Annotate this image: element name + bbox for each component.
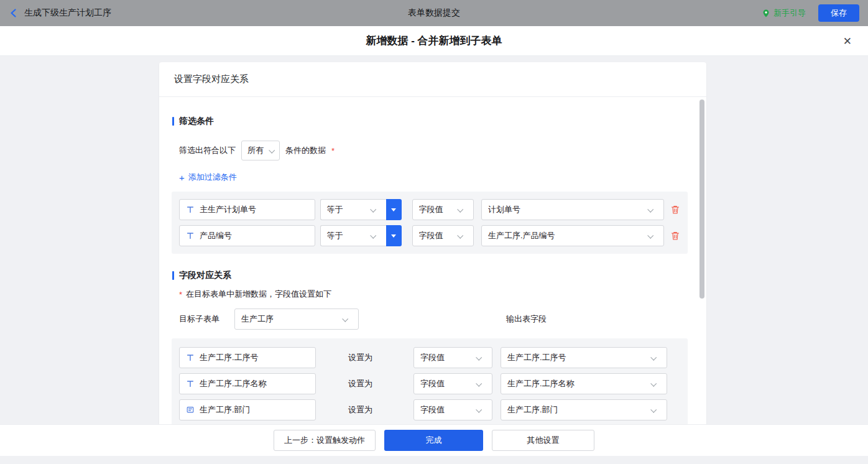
- operator-select[interactable]: 等于: [320, 225, 386, 246]
- operator-dropdown-button[interactable]: [386, 199, 402, 220]
- delete-icon[interactable]: [670, 231, 680, 241]
- topbar: 生成下级生产计划工序 表单数据提交 新手引导 保存: [0, 0, 868, 26]
- filter-suffix: 条件的数据: [285, 145, 326, 156]
- chevron-down-icon: [457, 232, 463, 238]
- settings-card: 设置字段对应关系 筛选条件 筛选出符合以下 所有 条件的数据 *: [159, 62, 706, 430]
- mapping-section-label: 字段对应关系: [179, 270, 231, 281]
- add-filter-condition-link[interactable]: + 添加过滤条件: [179, 172, 686, 183]
- filter-conditions-panel: 主生产计划单号 等于 字段值: [172, 192, 688, 254]
- value-type-label: 字段值: [420, 352, 445, 363]
- topbar-right: 新手引导 保存: [762, 4, 859, 22]
- filter-section-label: 筛选条件: [179, 116, 214, 127]
- value-type-select[interactable]: 字段值: [413, 399, 492, 420]
- mapping-row: 生产工序.工序号 设置为 字段值 生产工序.工序号: [179, 347, 680, 368]
- triangle-down-icon: [391, 234, 396, 238]
- value-type-select[interactable]: 字段值: [412, 225, 474, 246]
- filter-row: 主生产计划单号 等于 字段值: [179, 199, 680, 220]
- operator-value: 等于: [327, 230, 343, 241]
- filter-mode-select[interactable]: 所有: [241, 141, 280, 160]
- mapping-subtitle-text: 在目标表单中新增数据，字段值设置如下: [186, 289, 331, 300]
- required-mark: *: [179, 290, 182, 299]
- card-body: 筛选条件 筛选出符合以下 所有 条件的数据 * + 添加过滤条件: [159, 116, 706, 430]
- filter-field-select[interactable]: 主生产计划单号: [179, 199, 315, 220]
- output-field-select[interactable]: 生产工序.工序号: [501, 347, 667, 368]
- finish-button[interactable]: 完成: [384, 430, 483, 451]
- modal-header: 新增数据 - 合并新增到子表单 ✕: [0, 26, 868, 56]
- vertical-scrollbar[interactable]: [699, 100, 704, 299]
- value-type-select[interactable]: 字段值: [413, 373, 492, 394]
- value-type-select[interactable]: 字段值: [413, 347, 492, 368]
- text-field-icon: [186, 205, 195, 214]
- mapping-row: 生产工序.部门 设置为 字段值 生产工序.部门: [179, 399, 680, 420]
- value-select[interactable]: 生产工序.产品编号: [481, 225, 664, 246]
- triangle-down-icon: [391, 208, 396, 211]
- filter-row: 产品编号 等于 字段值: [179, 225, 680, 246]
- chevron-down-icon: [269, 147, 275, 153]
- section-bar: [172, 117, 174, 126]
- chevron-down-icon: [647, 232, 653, 238]
- field-mapping-panel: 生产工序.工序号 设置为 字段值 生产工序.工序号: [172, 338, 688, 430]
- chevron-down-icon: [476, 354, 482, 360]
- previous-step-button[interactable]: 上一步：设置触发动作: [274, 430, 376, 451]
- value-label: 生产工序.产品编号: [488, 230, 555, 241]
- output-fields-header: 输出表字段: [506, 313, 547, 325]
- guide-button[interactable]: 新手引导: [762, 7, 806, 19]
- chevron-left-icon: [9, 8, 19, 18]
- value-label: 计划单号: [488, 204, 520, 215]
- mapping-field-select[interactable]: 生产工序.工序名称: [179, 373, 316, 394]
- filter-mode-line: 筛选出符合以下 所有 条件的数据 *: [179, 141, 686, 160]
- output-field-label: 生产工序.工序号: [507, 352, 566, 363]
- value-type-select[interactable]: 字段值: [412, 199, 474, 220]
- output-field-label: 生产工序.部门: [507, 404, 558, 415]
- value-type-label: 字段值: [420, 378, 445, 389]
- required-mark: *: [331, 146, 335, 155]
- save-button[interactable]: 保存: [818, 4, 859, 22]
- set-as-label: 设置为: [348, 378, 374, 389]
- filter-section-title: 筛选条件: [172, 116, 686, 127]
- operator-dropdown-button[interactable]: [386, 225, 402, 246]
- section-bar: [172, 271, 174, 280]
- value-type-label: 字段值: [419, 204, 443, 215]
- mapping-field-label: 生产工序.工序名称: [200, 378, 267, 389]
- chevron-down-icon: [650, 380, 657, 386]
- page-title: 表单数据提交: [408, 7, 460, 19]
- target-subform-line: 目标子表单 生产工序 输出表字段: [179, 309, 686, 330]
- output-field-select[interactable]: 生产工序.部门: [501, 399, 667, 420]
- delete-icon[interactable]: [670, 205, 680, 215]
- set-as-label: 设置为: [348, 352, 374, 363]
- chevron-down-icon: [650, 406, 657, 412]
- filter-field-label: 主生产计划单号: [200, 204, 256, 215]
- chevron-down-icon: [370, 232, 376, 238]
- value-select[interactable]: 计划单号: [481, 199, 664, 220]
- operator-group: 等于: [320, 199, 402, 220]
- department-field-icon: [186, 406, 195, 414]
- chevron-down-icon: [650, 354, 657, 360]
- mapping-subtitle: * 在目标表单中新增数据，字段值设置如下: [179, 289, 686, 300]
- filter-field-select[interactable]: 产品编号: [179, 225, 315, 246]
- mapping-field-select[interactable]: 生产工序.工序号: [179, 347, 316, 368]
- screen: 生成下级生产计划工序 表单数据提交 新手引导 保存 新增数据 - 合并新增到子表…: [0, 0, 868, 464]
- operator-select[interactable]: 等于: [320, 199, 386, 220]
- guide-label: 新手引导: [773, 7, 806, 19]
- modal-body: 设置字段对应关系 筛选条件 筛选出符合以下 所有 条件的数据 *: [0, 56, 868, 464]
- modal-footer: 上一步：设置触发动作 完成 其他设置: [0, 424, 868, 456]
- set-as-label: 设置为: [348, 404, 374, 415]
- target-subform-select[interactable]: 生产工序: [234, 309, 359, 330]
- output-field-label: 生产工序.工序名称: [507, 378, 575, 389]
- card-header: 设置字段对应关系: [159, 62, 706, 97]
- mapping-field-select[interactable]: 生产工序.部门: [179, 399, 316, 420]
- value-type-label: 字段值: [420, 404, 445, 415]
- location-pin-icon: [762, 9, 770, 18]
- chevron-down-icon: [457, 206, 463, 212]
- filter-mode-value: 所有: [247, 145, 264, 156]
- target-subform-label: 目标子表单: [179, 313, 219, 325]
- chevron-down-icon: [647, 206, 653, 212]
- value-type-label: 字段值: [419, 230, 443, 241]
- output-field-select[interactable]: 生产工序.工序名称: [501, 373, 667, 394]
- close-icon[interactable]: ✕: [843, 35, 852, 46]
- filter-field-label: 产品编号: [200, 230, 232, 241]
- other-settings-button[interactable]: 其他设置: [492, 430, 594, 451]
- text-field-icon: [186, 231, 195, 240]
- chevron-down-icon: [342, 315, 348, 322]
- back-button[interactable]: 生成下级生产计划工序: [9, 7, 111, 19]
